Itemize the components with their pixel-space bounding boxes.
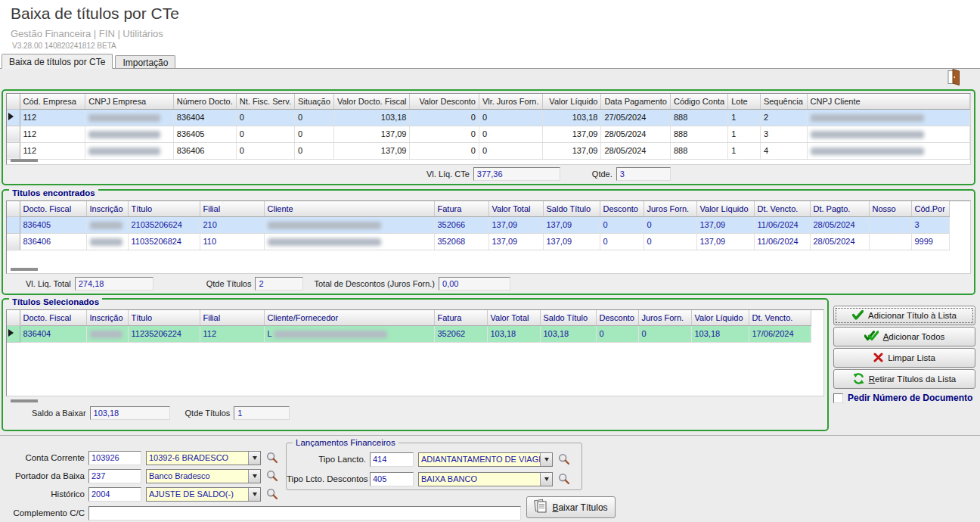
column-header[interactable]: Título bbox=[128, 201, 200, 216]
column-header[interactable]: Desconto bbox=[596, 310, 638, 325]
cell: 352062 bbox=[434, 325, 487, 342]
search-icon[interactable] bbox=[265, 451, 279, 465]
column-header[interactable]: Data Pagamento bbox=[601, 94, 671, 109]
column-header[interactable]: Filial bbox=[200, 310, 264, 325]
tipo-lancto-code-input[interactable] bbox=[370, 452, 414, 467]
cell: L bbox=[264, 325, 434, 342]
tipo-lcto-descontos-select[interactable]: BAIXA BANCO bbox=[418, 472, 553, 486]
exit-door-icon[interactable] bbox=[944, 68, 963, 88]
tipo-lcto-descontos-code-input[interactable] bbox=[370, 472, 414, 486]
column-header[interactable]: Fatura bbox=[434, 201, 488, 216]
tab-baixa-de-titulos[interactable]: Baixa de títulos por CTe bbox=[2, 54, 113, 69]
adicionar-titulo-button[interactable]: Adicionar Título à Lista bbox=[833, 306, 975, 325]
conta-corrente-code-input[interactable] bbox=[88, 451, 141, 465]
adicionar-todos-button[interactable]: Adicionar Todos bbox=[833, 327, 975, 346]
column-header[interactable]: Valor Docto. Fiscal bbox=[333, 94, 410, 109]
column-header[interactable]: Saldo Título bbox=[543, 201, 600, 216]
column-header[interactable]: Lote bbox=[728, 94, 761, 109]
cell: 352068 bbox=[434, 233, 488, 250]
column-header[interactable]: Cód. Empresa bbox=[20, 94, 85, 109]
column-header[interactable]: CNPJ Cliente bbox=[807, 94, 969, 109]
column-header[interactable]: Dt. Vencto. bbox=[754, 201, 810, 216]
cell: 0 bbox=[596, 325, 638, 342]
divider bbox=[0, 435, 980, 436]
column-header[interactable]: Valor Líquido bbox=[542, 94, 601, 109]
complemento-row: Complemento C/C bbox=[0, 505, 521, 520]
saldo-a-baixar-value: 103,18 bbox=[90, 406, 170, 420]
search-icon[interactable] bbox=[557, 472, 571, 486]
cell: 0 bbox=[295, 126, 334, 142]
column-header[interactable]: Cliente bbox=[264, 201, 434, 216]
chevron-down-icon[interactable] bbox=[540, 453, 552, 466]
column-header[interactable]: Valor Líquido bbox=[691, 310, 749, 325]
chevron-down-icon[interactable] bbox=[540, 473, 552, 486]
tab-importacao[interactable]: Importação bbox=[115, 55, 175, 68]
tipo-lancto-label: Tipo Lancto. bbox=[287, 455, 366, 464]
search-icon[interactable] bbox=[557, 452, 571, 466]
row-indicator-header bbox=[7, 94, 20, 109]
tipo-lcto-descontos-label: Tipo Lcto. Descontos bbox=[287, 474, 366, 483]
column-header[interactable]: Dt. Vencto. bbox=[749, 310, 811, 325]
column-header[interactable]: Vlr. Juros Forn. bbox=[479, 94, 542, 109]
historico-select[interactable]: AJUSTE DE SALDO(-) bbox=[146, 487, 261, 502]
column-header[interactable]: Inscrição bbox=[86, 201, 128, 216]
table-row[interactable]: 83640411235206224112L 352062103,18103,18… bbox=[7, 325, 811, 342]
historico-label: Histórico bbox=[0, 489, 85, 499]
titulos-encontrados-grid: Docto. FiscalInscriçãoTítuloFilialClient… bbox=[6, 200, 971, 274]
column-header[interactable]: Cliente/Fornecedor bbox=[264, 310, 434, 325]
conta-corrente-label: Conta Corrente bbox=[0, 453, 85, 462]
search-icon[interactable] bbox=[265, 487, 279, 501]
column-header[interactable]: Valor Desconto bbox=[410, 94, 479, 109]
search-icon[interactable] bbox=[265, 469, 279, 483]
column-header[interactable]: Nosso bbox=[869, 201, 911, 216]
limpar-lista-button[interactable]: Limpar Lista bbox=[833, 348, 975, 368]
table-row[interactable]: 11283640500137,0900137,0928/05/202488813 bbox=[7, 126, 970, 142]
column-header[interactable]: Juros Forn. bbox=[638, 310, 691, 325]
column-header[interactable]: Docto. Fiscal bbox=[20, 201, 86, 216]
chevron-down-icon[interactable] bbox=[248, 470, 260, 483]
historico-code-input[interactable] bbox=[88, 487, 141, 502]
column-header[interactable]: Sequência bbox=[760, 94, 807, 109]
cell: 3 bbox=[760, 126, 807, 142]
portador-select[interactable]: Banco Bradesco bbox=[146, 469, 261, 483]
baixar-titulos-button[interactable]: Baixar Títulos bbox=[526, 496, 616, 518]
column-header[interactable]: CNPJ Empresa bbox=[85, 94, 174, 109]
column-header[interactable]: Número Docto. bbox=[173, 94, 236, 109]
column-header[interactable]: Dt. Pagto. bbox=[810, 201, 869, 216]
pedir-numero-documento-checkbox[interactable]: Pedir Número de Documento bbox=[833, 393, 975, 403]
retirar-titulos-button[interactable]: Retirar Títulos da Lista bbox=[833, 369, 975, 389]
table-row[interactable]: 11283640600137,0900137,0928/05/202488814 bbox=[7, 142, 970, 159]
cell: 3 bbox=[911, 216, 949, 233]
horizontal-scrollbar[interactable] bbox=[11, 268, 38, 271]
column-header[interactable]: Filial bbox=[200, 201, 264, 216]
table-row[interactable]: 83640521035206624210352066137,09137,0900… bbox=[7, 216, 949, 233]
table-row[interactable]: 11283640400103,1800103,1827/05/202488812 bbox=[7, 109, 970, 126]
column-header[interactable]: Nt. Fisc. Serv. bbox=[236, 94, 294, 109]
chevron-down-icon[interactable] bbox=[248, 488, 260, 501]
column-header[interactable]: Desconto bbox=[600, 201, 644, 216]
horizontal-scrollbar[interactable] bbox=[11, 159, 38, 162]
conta-corrente-select[interactable]: 10392-6 BRADESCO bbox=[146, 451, 261, 465]
complemento-input[interactable] bbox=[88, 506, 521, 520]
column-header[interactable]: Juros Forn. bbox=[644, 201, 696, 216]
column-header[interactable]: Inscrição bbox=[86, 310, 128, 325]
table-row[interactable]: 83640611035206824110352068137,09137,0900… bbox=[7, 233, 949, 250]
column-header[interactable]: Valor Total bbox=[487, 310, 540, 325]
column-header[interactable]: Situação bbox=[295, 94, 334, 109]
portador-code-input[interactable] bbox=[88, 469, 141, 483]
column-header[interactable]: Docto. Fiscal bbox=[20, 310, 86, 325]
horizontal-scrollbar[interactable] bbox=[11, 399, 38, 402]
chevron-down-icon[interactable] bbox=[248, 452, 260, 465]
column-header[interactable]: Cód.Por bbox=[911, 201, 949, 216]
column-header[interactable]: Saldo Título bbox=[540, 310, 596, 325]
column-header[interactable]: Valor Líquido bbox=[696, 201, 754, 216]
tipo-lancto-select[interactable]: ADIANTANTAMENTO DE VIAGEM bbox=[418, 452, 553, 467]
column-header[interactable]: Fatura bbox=[434, 310, 487, 325]
column-header[interactable]: Título bbox=[128, 310, 200, 325]
checkbox-box[interactable] bbox=[833, 393, 843, 403]
column-header[interactable]: Código Conta bbox=[670, 94, 727, 109]
redacted-text bbox=[811, 131, 924, 138]
redacted-text bbox=[88, 148, 160, 155]
portador-label: Portador da Baixa bbox=[0, 471, 85, 480]
column-header[interactable]: Valor Total bbox=[488, 201, 543, 216]
